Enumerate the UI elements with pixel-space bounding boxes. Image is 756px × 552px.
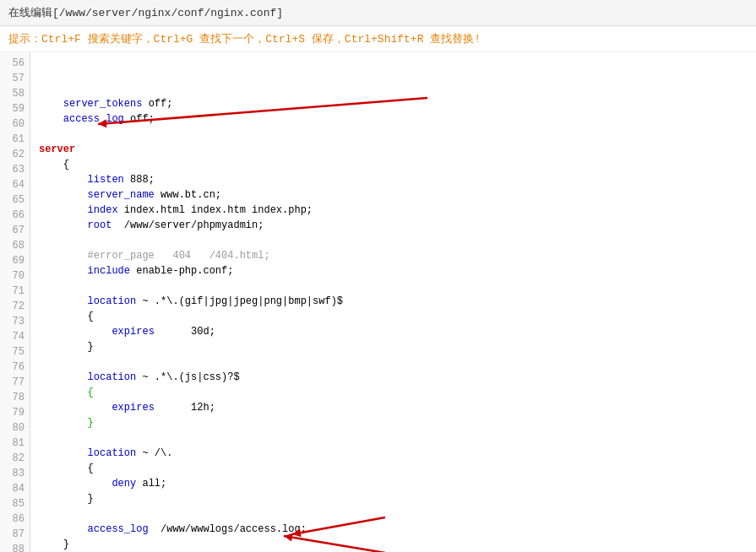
line-num: 57: [0, 71, 30, 86]
code-line: {: [39, 385, 756, 400]
line-num: 59: [0, 101, 30, 116]
line-num: 78: [0, 390, 30, 405]
code-line: [39, 430, 756, 446]
code-line: }: [39, 537, 756, 552]
code-line: [39, 127, 756, 142]
line-num: 84: [0, 481, 30, 496]
line-num: 70: [0, 268, 30, 284]
code-line: expires 12h;: [39, 400, 756, 415]
line-num: 58: [0, 86, 30, 101]
code-line: }: [39, 415, 756, 430]
hint-bar: 提示：Ctrl+F 搜索关键字，Ctrl+G 查找下一个，Ctrl+S 保存，C…: [0, 26, 756, 52]
title-text: 在线编辑[/www/server/nginx/conf/nginx.conf]: [8, 7, 283, 19]
line-num: 56: [0, 56, 30, 71]
code-line: [39, 81, 756, 96]
code-line: root /www/server/phpmyadmin;: [39, 218, 756, 233]
line-num: 85: [0, 496, 30, 511]
code-line: [39, 279, 756, 294]
line-num: 69: [0, 253, 30, 268]
line-num: 61: [0, 132, 30, 147]
line-num: 62: [0, 147, 30, 162]
title-bar: 在线编辑[/www/server/nginx/conf/nginx.conf]: [0, 0, 756, 26]
code-line: deny all;: [39, 476, 756, 491]
line-num: 66: [0, 208, 30, 223]
code-line: server: [39, 142, 756, 157]
code-line: access_log off;: [39, 111, 756, 127]
code-line: [39, 354, 756, 370]
line-num: 76: [0, 360, 30, 375]
line-num: 81: [0, 436, 30, 451]
line-num: 82: [0, 451, 30, 466]
code-area[interactable]: server_tokens off; access_log off; serve…: [30, 52, 756, 552]
code-line: listen 888;: [39, 172, 756, 187]
line-num: 75: [0, 344, 30, 360]
code-line: {: [39, 157, 756, 172]
editor-area: 5657585960616263646566676869707172737475…: [0, 52, 756, 552]
code-line: }: [39, 491, 756, 506]
code-line: [39, 506, 756, 522]
line-numbers: 5657585960616263646566676869707172737475…: [0, 52, 30, 552]
line-num: 68: [0, 238, 30, 253]
code-line: [39, 233, 756, 248]
line-num: 73: [0, 314, 30, 329]
code-line: include enable-php.conf;: [39, 263, 756, 279]
code-line: index index.html index.htm index.php;: [39, 203, 756, 218]
line-num: 67: [0, 223, 30, 238]
line-num: 63: [0, 162, 30, 177]
line-num: 83: [0, 466, 30, 481]
line-num: 71: [0, 284, 30, 299]
code-line: server_tokens off;: [39, 96, 756, 111]
code-line: {: [39, 461, 756, 476]
line-num: 86: [0, 511, 30, 527]
code-line: access_log /www/wwwlogs/access.log;: [39, 522, 756, 537]
line-num: 79: [0, 405, 30, 420]
line-num: 64: [0, 177, 30, 192]
line-num: 77: [0, 375, 30, 390]
code-line: location ~ /\.: [39, 446, 756, 461]
line-num: 87: [0, 527, 30, 542]
line-num: 74: [0, 329, 30, 344]
line-num: 72: [0, 299, 30, 314]
code-line: }: [39, 339, 756, 354]
line-num: 65: [0, 192, 30, 208]
code-line: {: [39, 309, 756, 324]
code-line: #error_page 404 /404.html;: [39, 248, 756, 263]
line-num: 88: [0, 542, 30, 552]
code-line: location ~ .*\.(gif|jpg|jpeg|png|bmp|swf…: [39, 294, 756, 309]
line-num: 80: [0, 420, 30, 436]
code-line: location ~ .*\.(js|css)?$: [39, 370, 756, 385]
hint-text: 提示：Ctrl+F 搜索关键字，Ctrl+G 查找下一个，Ctrl+S 保存，C…: [8, 33, 481, 46]
code-line: server_name www.bt.cn;: [39, 187, 756, 203]
line-num: 60: [0, 116, 30, 132]
code-line: expires 30d;: [39, 324, 756, 339]
